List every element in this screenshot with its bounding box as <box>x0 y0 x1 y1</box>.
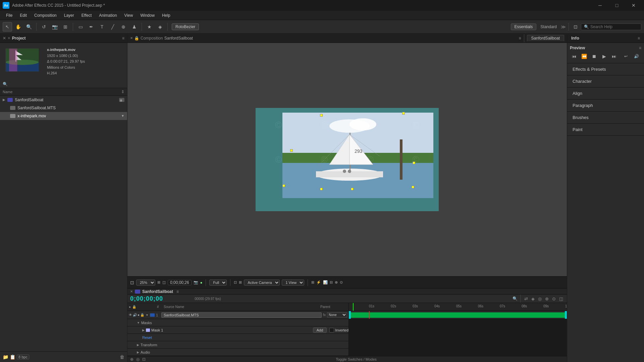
select-tool[interactable]: ↖ <box>3 22 12 32</box>
align-item[interactable]: Align <box>567 87 644 100</box>
project-sort-icon[interactable]: ⇕ <box>121 89 124 94</box>
layer-name[interactable]: SanfordSailboat.MTS <box>161 312 322 318</box>
menu-item-view[interactable]: View <box>121 12 137 18</box>
puppet-tool[interactable]: ♟ <box>129 22 139 32</box>
solo-icon[interactable]: ● <box>138 313 140 317</box>
timeline-tool-1[interactable]: ⇄ <box>524 296 528 301</box>
camera-tool[interactable]: 📷 <box>50 22 59 32</box>
viewer-chart-icon[interactable]: 📊 <box>323 280 328 285</box>
play-button[interactable]: ▶ <box>600 52 608 60</box>
viewer-boost-icon[interactable]: ⚡ <box>316 280 321 285</box>
comp-header-menu[interactable]: ≡ <box>519 36 521 41</box>
motion-blur-icon[interactable]: ◎ <box>136 357 140 362</box>
pen-tool[interactable]: ✒ <box>87 22 96 32</box>
timeline-tool-5[interactable]: ⊙ <box>552 296 556 301</box>
list-item[interactable]: x-inthepark.mov ▼ <box>0 112 127 120</box>
search-help-input[interactable] <box>590 24 637 29</box>
stop-button[interactable]: ⏹ <box>590 52 599 60</box>
timeline-close[interactable]: ✕ <box>130 290 133 293</box>
maximize-button[interactable]: □ <box>609 0 625 11</box>
brushes-item[interactable]: Brushes <box>567 112 644 124</box>
viewer-layout-icon[interactable]: ⊟ <box>330 280 333 285</box>
menu-item-composition[interactable]: Composition <box>31 12 60 18</box>
undo-tool[interactable]: ↺ <box>39 22 49 32</box>
shape-tool[interactable]: ◈ <box>155 22 165 32</box>
new-comp-icon[interactable]: 📋 <box>10 354 15 360</box>
mask1-expand[interactable]: ▶ <box>142 328 145 332</box>
reset-button[interactable]: Reset <box>142 336 152 340</box>
list-item[interactable]: ▶ SanfordSailboat ▦ <box>0 96 127 104</box>
timeline-tool-2[interactable]: ◈ <box>531 296 535 301</box>
screenshot-icon[interactable]: ⊡ <box>572 24 580 29</box>
rect-tool[interactable]: ▭ <box>76 22 85 32</box>
menu-item-help[interactable]: Help <box>159 12 174 18</box>
viewer-grid-icon[interactable]: ⊡ <box>234 280 237 285</box>
star-tool[interactable]: ★ <box>145 22 154 32</box>
list-item[interactable]: SanfordSailboat.MTS <box>0 104 127 112</box>
audio-expand[interactable]: ▶ <box>137 351 139 354</box>
viewer-comp-icon[interactable]: ⊡ <box>130 280 134 285</box>
comp-tab-lock[interactable]: 🔒 <box>134 36 139 41</box>
mute-button[interactable]: 🔊 <box>632 52 641 60</box>
minimize-button[interactable]: ─ <box>592 0 608 11</box>
handle-bml[interactable] <box>320 188 323 190</box>
masks-expand[interactable]: ▼ <box>137 321 140 324</box>
comp-tab-close[interactable]: ✕ <box>130 36 133 40</box>
handle-bl[interactable] <box>282 184 285 187</box>
3d-icon[interactable]: ⊡ <box>142 357 146 362</box>
project-menu-icon[interactable]: ≡ <box>122 36 124 41</box>
handle-tr[interactable] <box>402 112 405 115</box>
text-tool[interactable]: T <box>97 22 107 32</box>
work-area-end[interactable] <box>565 311 567 319</box>
timeline-tool-3[interactable]: ◎ <box>538 296 542 301</box>
workspace-expand[interactable]: ≫ <box>561 24 566 29</box>
add-frame-icon[interactable]: ⊕ <box>130 357 133 362</box>
handle-bm[interactable] <box>351 188 354 190</box>
work-area-start[interactable] <box>349 311 351 319</box>
lock-icon[interactable]: 🔒 <box>140 313 144 317</box>
menu-item-layer[interactable]: Layer <box>61 12 77 18</box>
track-bar[interactable] <box>349 312 567 318</box>
new-folder-icon[interactable]: 📁 <box>3 354 8 360</box>
preview-options[interactable]: ≡ <box>639 46 641 50</box>
paint-tool[interactable]: ╱ <box>108 22 117 32</box>
clone-tool[interactable]: ⊕ <box>119 22 128 32</box>
zoom-select[interactable]: 25% <box>136 280 155 286</box>
essentials-button[interactable]: Essentials <box>511 23 537 30</box>
project-close-icon[interactable]: ✕ <box>3 36 6 41</box>
viewer-export-icon[interactable]: ⊞ <box>311 280 314 285</box>
skip-start-button[interactable]: ⏮ <box>570 52 579 60</box>
menu-item-edit[interactable]: Edit <box>16 12 30 18</box>
timeline-menu[interactable]: ≡ <box>176 289 179 294</box>
camera-select[interactable]: Active Camera <box>244 280 280 286</box>
right-panel-menu[interactable]: ≡ <box>638 36 640 41</box>
timeline-tool-6[interactable]: ◫ <box>559 296 563 301</box>
character-item[interactable]: Character <box>567 75 644 87</box>
paint-item[interactable]: Paint <box>567 124 644 136</box>
loop-button[interactable]: ↩ <box>621 52 631 60</box>
layer-expand[interactable]: ▼ <box>146 313 149 317</box>
close-button[interactable]: ✕ <box>626 0 641 11</box>
viewer-globe-icon[interactable]: ⊙ <box>340 280 343 285</box>
viewer-alpha-icon[interactable]: ⊕ <box>335 280 338 285</box>
audio-icon[interactable]: 🔊 <box>133 313 137 317</box>
add-mask-button[interactable]: Add <box>313 327 327 333</box>
handle-tl[interactable] <box>320 114 323 117</box>
skip-end-button[interactable]: ⏭ <box>610 52 619 60</box>
roto-bezier-button[interactable]: RotoBezier <box>172 23 199 30</box>
comp-tab[interactable]: SanfordSailboat <box>527 35 564 41</box>
viewer-color-icon[interactable]: ● <box>200 281 203 285</box>
quality-select[interactable]: Full <box>209 280 227 286</box>
handle-mr[interactable] <box>413 162 415 164</box>
step-back-button[interactable]: ⏪ <box>580 52 589 60</box>
track-tool[interactable]: ⊞ <box>61 22 70 32</box>
menu-item-file[interactable]: File <box>3 12 16 18</box>
standard-button[interactable]: Standard <box>538 24 559 30</box>
viewer-pixel-icon[interactable]: ⊞ <box>239 280 242 285</box>
effects-presets-item[interactable]: Effects & Presets <box>567 63 644 75</box>
view-select[interactable]: 1 View <box>282 280 304 286</box>
inverted-checkbox[interactable] <box>329 328 334 333</box>
timeline-tool-4[interactable]: ⊕ <box>545 296 549 301</box>
visibility-icon[interactable]: 👁 <box>129 313 132 317</box>
viewer-fit-icon[interactable]: ⊞ <box>157 280 160 285</box>
